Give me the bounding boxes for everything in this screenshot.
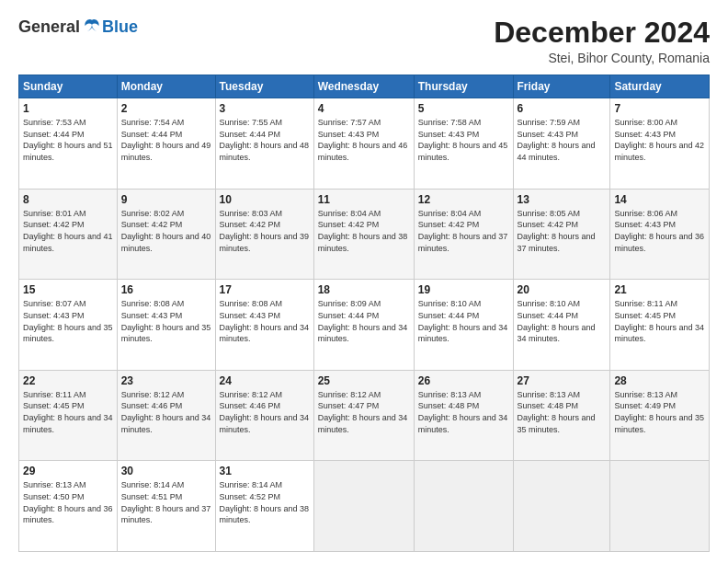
day-number: 20 <box>518 283 607 296</box>
day-number: 3 <box>220 102 310 115</box>
day-number: 14 <box>614 193 705 206</box>
day-number: 31 <box>220 465 310 477</box>
table-row: 1 Sunrise: 7:53 AMSunset: 4:44 PMDayligh… <box>19 98 710 190</box>
day-number: 25 <box>318 374 410 387</box>
list-item: 18 Sunrise: 8:09 AMSunset: 4:44 PMDaylig… <box>313 280 414 371</box>
day-number: 23 <box>121 374 211 387</box>
list-item: 6 Sunrise: 7:59 AMSunset: 4:43 PMDayligh… <box>513 98 610 190</box>
day-info: Sunrise: 7:55 AMSunset: 4:44 PMDaylight:… <box>220 117 310 163</box>
col-thursday: Thursday <box>414 75 513 98</box>
list-item: 16 Sunrise: 8:08 AMSunset: 4:43 PMDaylig… <box>117 280 215 371</box>
list-item: 22 Sunrise: 8:11 AMSunset: 4:45 PMDaylig… <box>19 370 118 461</box>
list-item: 5 Sunrise: 7:58 AMSunset: 4:43 PMDayligh… <box>414 98 513 190</box>
logo: General Blue <box>18 17 138 37</box>
list-item: 27 Sunrise: 8:13 AMSunset: 4:48 PMDaylig… <box>513 370 610 461</box>
day-info: Sunrise: 8:08 AMSunset: 4:43 PMDaylight:… <box>121 298 211 344</box>
day-number: 29 <box>23 465 113 477</box>
list-item: 29 Sunrise: 8:13 AMSunset: 4:50 PMDaylig… <box>19 461 118 552</box>
day-number: 13 <box>518 193 607 206</box>
col-monday: Monday <box>117 75 215 98</box>
day-info: Sunrise: 8:13 AMSunset: 4:50 PMDaylight:… <box>23 479 113 525</box>
day-info: Sunrise: 8:04 AMSunset: 4:42 PMDaylight:… <box>418 208 509 254</box>
list-item: 4 Sunrise: 7:57 AMSunset: 4:43 PMDayligh… <box>313 98 414 190</box>
logo-blue-text: Blue <box>102 18 138 35</box>
day-number: 7 <box>614 102 705 115</box>
day-info: Sunrise: 7:58 AMSunset: 4:43 PMDaylight:… <box>418 117 509 163</box>
list-item <box>513 461 610 552</box>
list-item: 25 Sunrise: 8:12 AMSunset: 4:47 PMDaylig… <box>313 370 414 461</box>
day-number: 26 <box>418 374 509 387</box>
day-number: 30 <box>121 465 211 477</box>
list-item: 26 Sunrise: 8:13 AMSunset: 4:48 PMDaylig… <box>414 370 513 461</box>
day-info: Sunrise: 7:59 AMSunset: 4:43 PMDaylight:… <box>518 117 607 163</box>
list-item <box>313 461 414 552</box>
day-number: 19 <box>418 283 509 296</box>
day-info: Sunrise: 8:13 AMSunset: 4:48 PMDaylight:… <box>418 389 509 435</box>
col-tuesday: Tuesday <box>215 75 313 98</box>
day-info: Sunrise: 8:12 AMSunset: 4:46 PMDaylight:… <box>121 389 211 435</box>
day-info: Sunrise: 8:14 AMSunset: 4:51 PMDaylight:… <box>121 479 211 525</box>
list-item: 21 Sunrise: 8:11 AMSunset: 4:45 PMDaylig… <box>610 280 710 371</box>
day-info: Sunrise: 8:00 AMSunset: 4:43 PMDaylight:… <box>614 117 705 163</box>
col-wednesday: Wednesday <box>313 75 414 98</box>
calendar-table: Sunday Monday Tuesday Wednesday Thursday… <box>18 75 710 552</box>
day-number: 18 <box>318 283 410 296</box>
list-item: 3 Sunrise: 7:55 AMSunset: 4:44 PMDayligh… <box>215 98 313 190</box>
day-number: 24 <box>220 374 310 387</box>
day-number: 8 <box>23 193 113 206</box>
day-number: 15 <box>23 283 113 296</box>
list-item: 19 Sunrise: 8:10 AMSunset: 4:44 PMDaylig… <box>414 280 513 371</box>
day-info: Sunrise: 8:11 AMSunset: 4:45 PMDaylight:… <box>23 389 113 435</box>
month-title: December 2024 <box>494 17 710 49</box>
table-row: 29 Sunrise: 8:13 AMSunset: 4:50 PMDaylig… <box>19 461 710 552</box>
list-item: 17 Sunrise: 8:08 AMSunset: 4:43 PMDaylig… <box>215 280 313 371</box>
day-info: Sunrise: 8:10 AMSunset: 4:44 PMDaylight:… <box>418 298 509 344</box>
table-row: 22 Sunrise: 8:11 AMSunset: 4:45 PMDaylig… <box>19 370 710 461</box>
header: General Blue December 2024 Stei, Bihor C… <box>18 17 710 65</box>
calendar-header-row: Sunday Monday Tuesday Wednesday Thursday… <box>19 75 710 98</box>
list-item: 14 Sunrise: 8:06 AMSunset: 4:43 PMDaylig… <box>610 189 710 280</box>
day-number: 9 <box>121 193 211 206</box>
list-item: 1 Sunrise: 7:53 AMSunset: 4:44 PMDayligh… <box>19 98 118 190</box>
title-area: December 2024 Stei, Bihor County, Romani… <box>494 17 710 65</box>
day-info: Sunrise: 8:14 AMSunset: 4:52 PMDaylight:… <box>220 479 310 525</box>
day-info: Sunrise: 8:02 AMSunset: 4:42 PMDaylight:… <box>121 208 211 254</box>
day-number: 21 <box>614 283 705 296</box>
table-row: 15 Sunrise: 8:07 AMSunset: 4:43 PMDaylig… <box>19 280 710 371</box>
day-info: Sunrise: 8:03 AMSunset: 4:42 PMDaylight:… <box>220 208 310 254</box>
day-info: Sunrise: 8:13 AMSunset: 4:49 PMDaylight:… <box>614 389 705 435</box>
col-friday: Friday <box>513 75 610 98</box>
page: General Blue December 2024 Stei, Bihor C… <box>0 0 728 563</box>
day-info: Sunrise: 8:05 AMSunset: 4:42 PMDaylight:… <box>518 208 607 254</box>
list-item: 10 Sunrise: 8:03 AMSunset: 4:42 PMDaylig… <box>215 189 313 280</box>
day-number: 2 <box>121 102 211 115</box>
list-item <box>610 461 710 552</box>
day-info: Sunrise: 8:13 AMSunset: 4:48 PMDaylight:… <box>518 389 607 435</box>
list-item: 13 Sunrise: 8:05 AMSunset: 4:42 PMDaylig… <box>513 189 610 280</box>
day-info: Sunrise: 8:10 AMSunset: 4:44 PMDaylight:… <box>518 298 607 344</box>
col-sunday: Sunday <box>19 75 118 98</box>
day-info: Sunrise: 7:53 AMSunset: 4:44 PMDaylight:… <box>23 117 113 163</box>
list-item: 11 Sunrise: 8:04 AMSunset: 4:42 PMDaylig… <box>313 189 414 280</box>
list-item: 31 Sunrise: 8:14 AMSunset: 4:52 PMDaylig… <box>215 461 313 552</box>
day-number: 11 <box>318 193 410 206</box>
day-info: Sunrise: 8:09 AMSunset: 4:44 PMDaylight:… <box>318 298 410 344</box>
day-info: Sunrise: 8:07 AMSunset: 4:43 PMDaylight:… <box>23 298 113 344</box>
table-row: 8 Sunrise: 8:01 AMSunset: 4:42 PMDayligh… <box>19 189 710 280</box>
list-item: 20 Sunrise: 8:10 AMSunset: 4:44 PMDaylig… <box>513 280 610 371</box>
day-number: 16 <box>121 283 211 296</box>
day-info: Sunrise: 8:12 AMSunset: 4:46 PMDaylight:… <box>220 389 310 435</box>
logo-bird-icon <box>82 17 102 37</box>
day-info: Sunrise: 8:11 AMSunset: 4:45 PMDaylight:… <box>614 298 705 344</box>
day-number: 5 <box>418 102 509 115</box>
day-info: Sunrise: 8:04 AMSunset: 4:42 PMDaylight:… <box>318 208 410 254</box>
day-number: 27 <box>518 374 607 387</box>
list-item: 15 Sunrise: 8:07 AMSunset: 4:43 PMDaylig… <box>19 280 118 371</box>
day-info: Sunrise: 7:57 AMSunset: 4:43 PMDaylight:… <box>318 117 410 163</box>
list-item: 7 Sunrise: 8:00 AMSunset: 4:43 PMDayligh… <box>610 98 710 190</box>
list-item: 30 Sunrise: 8:14 AMSunset: 4:51 PMDaylig… <box>117 461 215 552</box>
col-saturday: Saturday <box>610 75 710 98</box>
day-number: 17 <box>220 283 310 296</box>
day-number: 12 <box>418 193 509 206</box>
day-info: Sunrise: 8:01 AMSunset: 4:42 PMDaylight:… <box>23 208 113 254</box>
